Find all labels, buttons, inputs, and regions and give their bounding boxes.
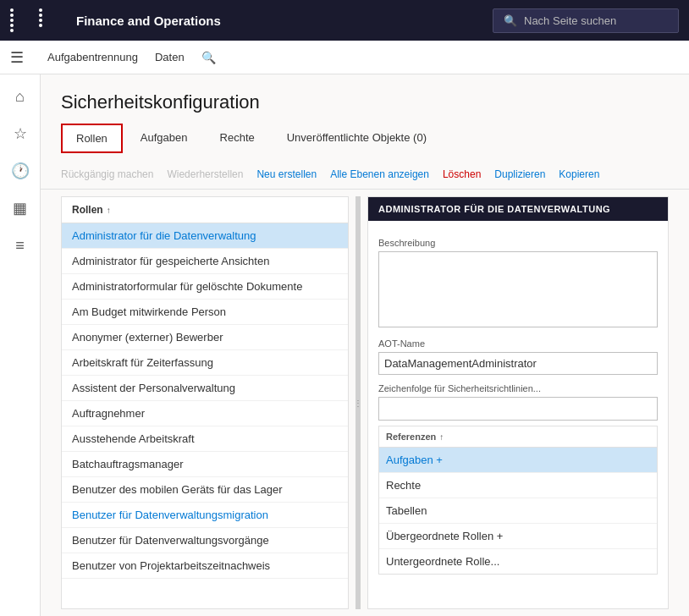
new-button[interactable]: Neu erstellen bbox=[256, 165, 317, 184]
list-item[interactable]: Auftragnehmer bbox=[62, 401, 348, 426]
list-header-label: Rollen bbox=[72, 204, 103, 216]
page-title: Sicherheitskonfiguration bbox=[61, 91, 669, 113]
reference-item[interactable]: Übergeordnete Rollen + bbox=[379, 524, 657, 549]
show-all-button[interactable]: Alle Ebenen anzeigen bbox=[330, 165, 429, 184]
top-bar: Finance and Operations 🔍 Nach Seite such… bbox=[0, 0, 689, 41]
panel-splitter[interactable]: ⋮ bbox=[356, 196, 361, 609]
sidebar: ⌂ ☆ 🕐 ▦ ≡ bbox=[0, 74, 41, 616]
page-header: Sicherheitskonfiguration Rollen Aufgaben… bbox=[41, 74, 689, 160]
list-item[interactable]: Administrator für die Datenverwaltung bbox=[62, 223, 348, 249]
detail-body: Beschreibung AOT-Name Zeichenfolge für S… bbox=[368, 221, 668, 583]
list-item[interactable]: Ausstehende Arbeitskraft bbox=[62, 426, 348, 452]
list-item[interactable]: Arbeitskraft für Zeiterfassung bbox=[62, 350, 348, 376]
sidebar-favorites[interactable]: ☆ bbox=[5, 118, 36, 149]
detail-panel: ADMINISTRATOR FÜR DIE DATENVERWALTUNG Be… bbox=[367, 196, 669, 609]
zeichenfolge-input[interactable] bbox=[378, 397, 658, 421]
sidebar-recent[interactable]: 🕐 bbox=[5, 156, 36, 186]
tab-aufgaben[interactable]: Aufgaben bbox=[126, 124, 202, 153]
search-placeholder: Nach Seite suchen bbox=[524, 14, 616, 27]
hamburger-menu[interactable]: ☰ bbox=[10, 48, 24, 67]
references-header: Referenzen ↑ bbox=[379, 426, 657, 448]
delete-button[interactable]: Löschen bbox=[443, 165, 481, 184]
search-icon: 🔍 bbox=[504, 14, 517, 27]
second-search-icon[interactable]: 🔍 bbox=[201, 51, 216, 64]
duplicate-button[interactable]: Duplizieren bbox=[494, 165, 545, 184]
sidebar-modules[interactable]: ≡ bbox=[5, 230, 36, 261]
reference-item[interactable]: Rechte bbox=[379, 473, 657, 498]
second-bar: ☰ Aufgabentrennung Daten 🔍 bbox=[0, 41, 689, 74]
copy-button[interactable]: Kopieren bbox=[559, 165, 599, 184]
ref-sort-icon[interactable]: ↑ bbox=[439, 432, 444, 442]
list-item[interactable]: Benutzer für Datenverwaltungsmigration bbox=[62, 503, 348, 528]
nav-aufgabentrennung[interactable]: Aufgabentrennung bbox=[47, 51, 138, 63]
list-item[interactable]: Administratorformular für gelöschte Doku… bbox=[62, 274, 348, 300]
list-item[interactable]: Am Budget mitwirkende Person bbox=[62, 300, 348, 325]
sidebar-home[interactable]: ⌂ bbox=[5, 81, 36, 112]
tab-unveroeff[interactable]: Unveröffentlichte Objekte (0) bbox=[273, 124, 441, 153]
nav-daten[interactable]: Daten bbox=[155, 51, 185, 63]
list-item[interactable]: Benutzer von Projektarbeitszeitnachweis bbox=[62, 553, 348, 579]
aot-input[interactable] bbox=[378, 352, 658, 375]
reference-item[interactable]: Tabellen bbox=[379, 498, 657, 524]
tab-rechte[interactable]: Rechte bbox=[206, 124, 269, 153]
tab-bar: Rollen Aufgaben Rechte Unveröffentlichte… bbox=[61, 124, 669, 153]
list-item[interactable]: Benutzer des mobilen Geräts für das Lage… bbox=[62, 477, 348, 503]
roles-list-panel: Rollen ↑ Administrator für die Datenverw… bbox=[61, 196, 349, 609]
list-header: Rollen ↑ bbox=[62, 197, 348, 223]
content-area: Rollen ↑ Administrator für die Datenverw… bbox=[41, 190, 689, 616]
reference-item[interactable]: Aufgaben + bbox=[379, 448, 657, 473]
toolbar: Rückgängig machen Wiederherstellen Neu e… bbox=[41, 160, 689, 190]
aot-label: AOT-Name bbox=[378, 338, 658, 349]
main-layout: ⌂ ☆ 🕐 ▦ ≡ Sicherheitskonfiguration Rolle… bbox=[0, 74, 689, 616]
tab-rollen[interactable]: Rollen bbox=[61, 124, 123, 153]
global-search[interactable]: 🔍 Nach Seite suchen bbox=[493, 8, 679, 33]
sidebar-workspaces[interactable]: ▦ bbox=[5, 193, 36, 223]
app-title: Finance and Operations bbox=[76, 14, 482, 28]
list-item[interactable]: Administrator für gespeicherte Ansichten bbox=[62, 249, 348, 274]
references-table: Referenzen ↑ Aufgaben + Rechte Tabellen … bbox=[378, 426, 658, 575]
beschreibung-label: Beschreibung bbox=[378, 238, 658, 248]
redo-button[interactable]: Wiederherstellen bbox=[167, 165, 243, 184]
list-item[interactable]: Assistent der Personalverwaltung bbox=[62, 376, 348, 401]
undo-button[interactable]: Rückgängig machen bbox=[61, 165, 153, 184]
beschreibung-textarea[interactable] bbox=[378, 251, 658, 327]
detail-header: ADMINISTRATOR FÜR DIE DATENVERWALTUNG bbox=[368, 197, 668, 221]
list-item[interactable]: Benutzer für Datenverwaltungsvorgänge bbox=[62, 528, 348, 553]
roles-list-body: Administrator für die Datenverwaltung Ad… bbox=[62, 223, 348, 608]
sort-arrow-icon[interactable]: ↑ bbox=[107, 206, 111, 215]
zeichenfolge-label: Zeichenfolge für Sicherheitsrichtlinien.… bbox=[378, 383, 658, 393]
list-item[interactable]: Anonymer (externer) Bewerber bbox=[62, 325, 348, 350]
list-item[interactable]: Batchauftragsmanager bbox=[62, 452, 348, 477]
reference-item[interactable]: Untergeordnete Rolle... bbox=[379, 549, 657, 574]
main-content: Sicherheitskonfiguration Rollen Aufgaben… bbox=[41, 74, 689, 616]
app-grid-button[interactable] bbox=[10, 8, 66, 32]
references-label: Referenzen bbox=[386, 432, 436, 442]
